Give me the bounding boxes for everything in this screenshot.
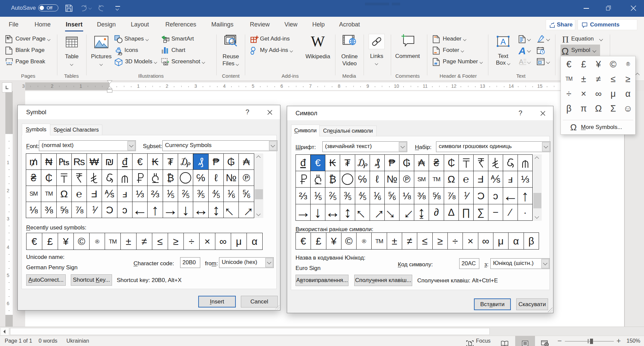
svg-text:A: A — [519, 58, 524, 65]
svg-text:A: A — [500, 37, 506, 46]
